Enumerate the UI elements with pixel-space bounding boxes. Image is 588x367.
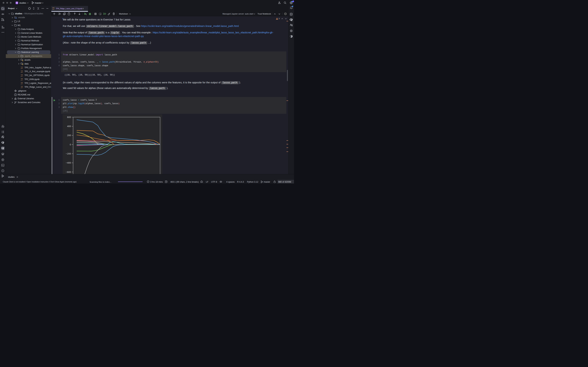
svg-text:−600: −600 <box>66 171 71 173</box>
svg-text:0: 0 <box>70 143 71 146</box>
svg-text:−400: −400 <box>66 161 71 164</box>
svg-text:200: 200 <box>67 134 71 137</box>
svg-text:400: 400 <box>67 125 71 128</box>
svg-text:600: 600 <box>67 116 71 118</box>
svg-text:−200: −200 <box>66 152 71 155</box>
